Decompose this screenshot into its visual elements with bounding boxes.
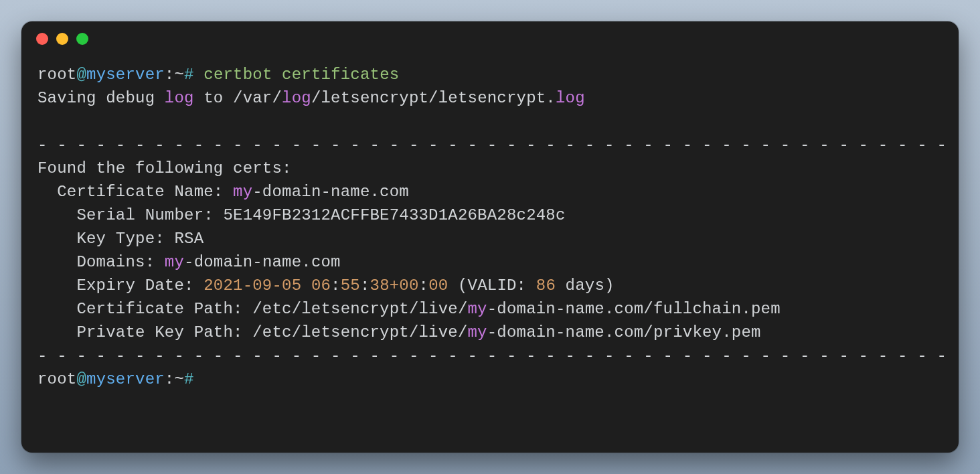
prompt-space (194, 66, 204, 84)
saving-tail: /letsencrypt/letsencrypt. (311, 89, 556, 107)
window-titlebar (21, 21, 959, 56)
prompt2-user: root (37, 370, 76, 388)
divider-bottom: - - - - - - - - - - - - - - - - - - - - … (21, 344, 959, 368)
keytype-value: RSA (174, 230, 203, 248)
prompt-hash: # (184, 66, 194, 84)
keypath-rest: -domain-name.com/privkey.pem (487, 323, 761, 341)
prompt2-hash: # (184, 370, 194, 388)
saving-prefix: Saving debug (37, 89, 165, 107)
prompt2-at-symbol: @ (76, 370, 86, 388)
saving-log-kw-3: log (556, 89, 585, 107)
expiry-tail: days) (556, 276, 615, 295)
certpath-kw: my (468, 300, 487, 318)
terminal-body[interactable]: root@myserver:~# certbot certificates Sa… (21, 56, 959, 406)
domains-line: Domains: my-domain-name.com (21, 250, 959, 274)
cert-name-label: Certificate Name: (37, 183, 233, 201)
prompt-host: myserver (86, 66, 165, 84)
expiry-min: 55 (341, 276, 360, 295)
domains-rest: -domain-name.com (184, 253, 341, 271)
serial-line: Serial Number: 5E149FB2312ACFFBE7433D1A2… (21, 204, 959, 227)
expiry-line: Expiry Date: 2021-09-05 06:55:38+00:00 (… (21, 274, 959, 297)
prompt2-host: myserver (86, 370, 165, 388)
blank-line (21, 110, 959, 133)
keypath-line: Private Key Path: /etc/letsencrypt/live/… (21, 321, 959, 344)
expiry-colon-2: : (360, 276, 370, 295)
prompt-at-symbol: @ (76, 66, 86, 84)
domains-kw: my (165, 253, 184, 271)
saving-log-kw-2: log (282, 89, 311, 107)
expiry-colon-1: : (331, 276, 341, 295)
keypath-label: Private Key Path: /etc/letsencrypt/live/ (37, 323, 468, 341)
domains-label: Domains: (37, 253, 165, 271)
keytype-label: Key Type: (37, 230, 174, 248)
prompt-line-2: root@myserver:~# (21, 368, 959, 391)
expiry-colon-3: : (419, 276, 429, 295)
zoom-icon[interactable] (76, 33, 88, 45)
terminal-window: root@myserver:~# certbot certificates Sa… (21, 21, 959, 453)
expiry-valid-prefix: (VALID: (448, 276, 536, 295)
saving-log-kw-1: log (165, 89, 194, 107)
prompt2-pathsep: : (165, 370, 175, 388)
prompt-tilde: ~ (174, 66, 184, 84)
keytype-line: Key Type: RSA (21, 227, 959, 250)
prompt-user: root (37, 66, 76, 84)
output-saving-line: Saving debug log to /var/log/letsencrypt… (21, 86, 959, 110)
prompt-pathsep: : (165, 66, 175, 84)
page-background: root@myserver:~# certbot certificates Sa… (0, 0, 980, 474)
cert-name-line: Certificate Name: my-domain-name.com (21, 180, 959, 204)
expiry-label: Expiry Date: (37, 276, 203, 295)
keypath-kw: my (468, 323, 487, 341)
minimize-icon[interactable] (56, 33, 68, 45)
expiry-days: 86 (536, 276, 556, 295)
close-icon[interactable] (36, 33, 48, 45)
divider-top: - - - - - - - - - - - - - - - - - - - - … (21, 133, 959, 157)
command-text: certbot certificates (203, 66, 399, 84)
prompt-line-1: root@myserver:~# certbot certificates (21, 63, 959, 86)
expiry-tz: 00 (428, 276, 448, 295)
expiry-sec: 38+00 (370, 276, 419, 295)
serial-label: Serial Number: (37, 206, 223, 224)
expiry-date: 2021-09-05 06 (203, 276, 331, 295)
prompt2-tilde: ~ (174, 370, 184, 388)
cert-name-kw: my (233, 183, 252, 201)
cert-name-rest: -domain-name.com (252, 183, 409, 201)
found-line: Found the following certs: (21, 157, 959, 180)
certpath-rest: -domain-name.com/fullchain.pem (487, 300, 781, 318)
saving-mid: to /var/ (194, 89, 282, 107)
serial-value: 5E149FB2312ACFFBE7433D1A26BA28c248c (223, 206, 565, 224)
certpath-line: Certificate Path: /etc/letsencrypt/live/… (21, 297, 959, 321)
certpath-label: Certificate Path: /etc/letsencrypt/live/ (37, 300, 468, 318)
